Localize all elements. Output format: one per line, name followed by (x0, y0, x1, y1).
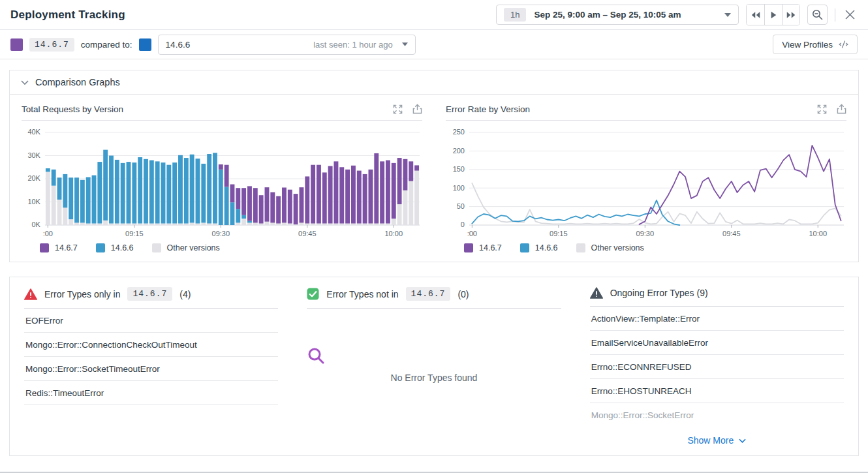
close-button[interactable] (843, 7, 858, 22)
export-chart-button[interactable] (837, 104, 846, 114)
step-back-button[interactable] (747, 5, 764, 25)
svg-text:50: 50 (457, 202, 465, 210)
error-types-not-in-title: Error Types not in (326, 289, 398, 299)
alert-triangle-gray-icon (590, 287, 603, 299)
show-more-label: Show More (687, 435, 734, 446)
expand-icon (817, 104, 827, 114)
comparison-graphs-header[interactable]: Comparison Graphs (10, 70, 858, 95)
expand-chart-button[interactable] (393, 104, 403, 114)
legend-item: 14.6.7 (464, 243, 502, 252)
time-step-button-group (746, 4, 800, 25)
svg-text:150: 150 (453, 165, 465, 173)
legend-item: 14.6.6 (520, 243, 558, 252)
svg-text:10:00: 10:00 (385, 230, 403, 237)
error-count: (4) (179, 289, 191, 299)
primary-version-badge: 14.6.7 (29, 38, 74, 52)
last-seen-label: last seen: 1 hour ago (313, 40, 392, 50)
primary-version-swatch (10, 38, 23, 51)
error-type-item[interactable]: EOFError (24, 309, 278, 333)
time-range-picker[interactable]: 1h Sep 25, 9:00 am – Sep 25, 10:05 am (496, 5, 739, 25)
error-types-not-in-column: Error Types not in 14.6.7 (0) No Error T… (292, 277, 575, 455)
profiles-icon (839, 40, 848, 48)
expand-chart-button[interactable] (817, 104, 827, 114)
requests-chart-actions (393, 104, 422, 114)
requests-chart-pane: Total Requests by Version (10, 95, 434, 262)
time-range-label: Sep 25, 9:00 am – Sep 25, 10:05 am (534, 10, 717, 20)
close-icon (845, 10, 855, 20)
ongoing-error-types-column: Ongoing Error Types (9) ActionView::Temp… (576, 277, 858, 455)
error-type-item[interactable]: Errno::ECONNREFUSED (590, 355, 844, 379)
svg-text:0K: 0K (32, 221, 41, 228)
error-type-item[interactable]: EmailServiceUnavailableError (590, 331, 844, 355)
svg-text:10:00: 10:00 (809, 230, 827, 237)
comparison-graphs-panel: Comparison Graphs Total Requests by Vers… (9, 70, 859, 262)
error-type-item[interactable]: Errno::EHOSTUNREACH (590, 379, 844, 403)
view-profiles-label: View Profiles (782, 40, 833, 50)
svg-text:250: 250 (453, 128, 465, 136)
zoom-out-icon (812, 9, 823, 20)
share-export-icon (412, 104, 422, 114)
version-compare-bar: 14.6.7 compared to: 14.6.6 last seen: 1 … (0, 30, 868, 59)
show-more-button[interactable]: Show More (590, 435, 844, 446)
play-button[interactable] (764, 5, 782, 25)
svg-text:100: 100 (453, 184, 465, 192)
error-type-item[interactable]: ActionView::Template::Error (590, 307, 844, 331)
main-content: Comparison Graphs Total Requests by Vers… (0, 59, 868, 456)
chevron-down-icon (21, 80, 29, 85)
chevron-down-icon (739, 438, 746, 443)
compare-version-select[interactable]: 14.6.6 last seen: 1 hour ago (158, 35, 416, 55)
svg-text:40K: 40K (27, 128, 40, 136)
svg-text:09:15: 09:15 (125, 230, 143, 237)
error-types-not-in-header: Error Types not in 14.6.7 (0) (307, 287, 561, 309)
svg-text::00: :00 (43, 230, 53, 237)
svg-text:09:45: 09:45 (298, 230, 316, 237)
ongoing-error-types-list: ActionView::Template::Error EmailService… (590, 307, 844, 427)
duration-badge: 1h (504, 8, 526, 22)
svg-text:09:30: 09:30 (636, 230, 654, 237)
expand-icon (393, 104, 403, 114)
version-badge: 14.6.7 (406, 287, 451, 301)
error-types-only-in-title: Error Types only in (44, 289, 120, 299)
error-type-item[interactable]: Mongo::Error::SocketTimeoutError (24, 357, 278, 381)
legend-item: 14.6.6 (96, 243, 134, 252)
svg-text:20K: 20K (27, 174, 40, 182)
ongoing-error-types-header: Ongoing Error Types (9) (590, 287, 844, 307)
chevron-down-icon (724, 13, 731, 17)
export-chart-button[interactable] (412, 104, 422, 114)
legend-label: 14.6.6 (111, 243, 134, 252)
legend-label: 14.6.6 (535, 243, 558, 252)
legend-item: Other versions (152, 243, 220, 252)
error-types-only-in-header: Error Types only in 14.6.7 (4) (24, 287, 278, 309)
error-type-item-faded[interactable]: Mongo::Error::SocketError (590, 403, 844, 427)
total-requests-chart[interactable]: 0K10K20K30K40K:0009:1509:3009:4510:00 (22, 125, 422, 242)
compare-version-value: 14.6.6 (166, 40, 309, 50)
step-forward-button[interactable] (782, 5, 799, 25)
error-type-item[interactable]: Redis::TimeoutError (24, 381, 278, 405)
legend-swatch-14-6-7 (464, 243, 473, 252)
comparison-graphs-title: Comparison Graphs (35, 77, 120, 87)
view-profiles-button[interactable]: View Profiles (773, 35, 858, 54)
check-green-icon (307, 288, 319, 300)
error-rate-chart-actions (817, 104, 846, 114)
legend-swatch-other (152, 243, 161, 252)
page-title: Deployment Tracking (10, 8, 125, 22)
charts-row: Total Requests by Version (10, 95, 858, 262)
fast-forward-icon (786, 11, 796, 19)
error-type-item[interactable]: Mongo::Error::ConnectionCheckOutTimeout (24, 333, 278, 357)
zoom-out-button[interactable] (807, 5, 828, 25)
error-rate-chart-header: Error Rate by Version (446, 104, 846, 121)
svg-text:0: 0 (461, 221, 465, 228)
svg-text:30K: 30K (27, 151, 40, 159)
svg-text:10K: 10K (27, 198, 40, 206)
search-icon (307, 346, 325, 365)
version-badge: 14.6.7 (127, 287, 172, 301)
legend-label: Other versions (591, 243, 644, 252)
share-export-icon (837, 104, 846, 114)
header-divider (835, 8, 835, 22)
play-icon (769, 11, 777, 19)
svg-text::00: :00 (467, 230, 477, 237)
svg-text:09:45: 09:45 (722, 230, 740, 237)
chevron-down-icon (402, 42, 408, 46)
error-rate-chart[interactable]: 050100150200250:0009:1509:3009:4510:00 (446, 125, 846, 242)
svg-text:09:30: 09:30 (212, 230, 230, 237)
